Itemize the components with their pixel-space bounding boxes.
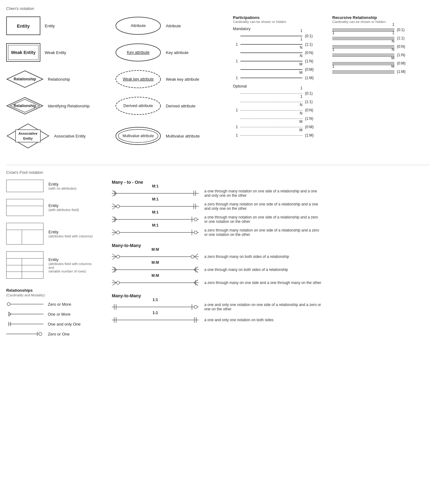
- mm-desc-1: a zero through many on both sides of a r…: [204, 254, 289, 259]
- svg-point-99: [194, 305, 197, 308]
- identifying-relationship-row: Relationship Identifying Relationship: [6, 95, 112, 116]
- assoc-entity-shape: Associative Entity: [6, 123, 50, 149]
- part-notation-o0N: (0:N): [305, 108, 313, 112]
- svg-line-57: [112, 204, 116, 206]
- attribute-ellipse: Attribute: [115, 16, 161, 35]
- mm-desc-2: a one through many on both sides of a re…: [204, 268, 288, 272]
- weak-key-attribute-desc: Weak key attribute: [166, 77, 199, 82]
- svg-line-51: [112, 191, 117, 193]
- part-notation-o01: (0:1): [305, 91, 313, 96]
- m1-desc-4: a zero through many notation on one side…: [204, 228, 322, 237]
- part-row-o01: 1 (0:1): [233, 90, 320, 97]
- svg-text:Derived attribute: Derived attribute: [123, 103, 153, 108]
- m1-row-4: M:1 a zero through: [112, 228, 430, 237]
- svg-line-63: [112, 217, 117, 219]
- part-row-m1M: 1 M (1:M): [233, 75, 320, 81]
- page-wrapper: Chen's notation Entity Entity Weak Entit…: [6, 6, 430, 340]
- svg-line-52: [112, 193, 117, 196]
- rel-sym-zero-one-row: Zero or One: [6, 331, 106, 337]
- crow-attrs-entity-sublabel: (with attributes field): [48, 208, 79, 212]
- many-to-one-title: Many - to - One: [112, 180, 430, 185]
- recursive-subtitle: Cardinality can be shown or hidden: [332, 20, 413, 24]
- part-row-m11: 1 1 (1:1): [233, 41, 320, 47]
- oo-row-2: 1:1 a one and only one notation on both …: [112, 316, 430, 324]
- zero-or-more-symbol: [6, 301, 43, 308]
- svg-text:Entity: Entity: [23, 137, 33, 140]
- rel-sym-one-one-label: One and only One: [48, 322, 81, 326]
- participations-subtitle: Cardinality can be shown or hidden: [233, 20, 320, 24]
- recursive-title: Recursive Relationship: [332, 15, 413, 20]
- rec-notation-0N: (0:N): [397, 44, 405, 49]
- svg-text:Key attribute: Key attribute: [127, 50, 150, 55]
- part-notation-m0N: (0:N): [305, 51, 313, 55]
- rel-sym-zero-more-label: Zero or More: [48, 302, 71, 307]
- chens-attributes-col: Attribute Attribute Key attribute Key at…: [115, 15, 227, 155]
- m1-desc-1: a one through many notation on one side …: [204, 189, 322, 198]
- entity-desc: Entity: [45, 24, 55, 28]
- derived-attribute-ellipse: Derived attribute: [115, 96, 161, 115]
- svg-line-80: [194, 257, 198, 259]
- svg-line-82: [112, 267, 117, 270]
- entity-label: Entity: [17, 23, 30, 29]
- svg-text:Relationship: Relationship: [14, 77, 36, 81]
- m1-row-3: M:1 a one through many notation o: [112, 215, 430, 224]
- svg-point-59: [116, 205, 120, 208]
- svg-line-93: [194, 280, 198, 283]
- attribute-row: Attribute Attribute: [115, 15, 227, 36]
- svg-text:Weak key attribute: Weak key attribute: [123, 77, 153, 81]
- rec-notation-1N: (1:N): [397, 53, 405, 57]
- recursive-col: Recursive Relationship Cardinality can b…: [332, 15, 413, 155]
- svg-text:Relationship: Relationship: [14, 104, 36, 108]
- weak-entity-box: Weak Entity: [6, 43, 40, 62]
- svg-line-94: [194, 283, 198, 286]
- mm-row-2: M:M a one through: [112, 265, 430, 274]
- identifying-relationship-diamond: Relationship: [6, 97, 43, 115]
- part-notation-o1N: (1:N): [305, 116, 313, 121]
- crows-section: Crow's Foot notation Entity (with no att…: [6, 165, 430, 340]
- crow-varrows-entity-sublabel: (attributes field with columns and varia…: [48, 262, 92, 273]
- svg-text:Associative: Associative: [18, 132, 37, 135]
- rec-row-01: 1 (0:1): [332, 27, 413, 33]
- part-notation-m11: (1:1): [305, 42, 313, 47]
- relationship-row: Relationship Relationship: [6, 69, 112, 90]
- svg-point-47: [39, 332, 42, 335]
- one-to-one-title: Many-to-Many: [112, 293, 430, 298]
- svg-point-38: [7, 303, 10, 306]
- svg-text:Multivalue attribute: Multivalue attribute: [123, 134, 154, 138]
- crow-varrows-entity-label: Entity: [48, 257, 92, 262]
- part-row-o0M: 1 M (0:M): [233, 124, 320, 130]
- part-row-o1M: 1 M (1:M): [233, 132, 320, 138]
- key-attribute-row: Key attribute Key attribute: [115, 42, 227, 63]
- oo-desc-2: a one and only one notation on both side…: [204, 318, 274, 322]
- svg-line-87: [194, 270, 198, 272]
- part-row-m0N: N (0:N): [233, 50, 320, 56]
- svg-line-89: [112, 280, 116, 283]
- part-row-o11: 1 (1:1): [233, 99, 320, 105]
- mm-row-3: M:M a zero through: [112, 278, 430, 287]
- part-row-o0N: 1 N (0:N): [233, 107, 320, 113]
- crow-plain-entity-label: Entity: [48, 182, 76, 187]
- rel-sym-one-one-row: One and only One: [6, 321, 106, 327]
- crow-cols-entity-box: [6, 223, 43, 245]
- multivalue-attribute-desc: Multivalue attribute: [166, 134, 200, 138]
- rel-sym-zero-more-row: Zero or More: [6, 301, 106, 308]
- mandatory-label: Mandatory: [233, 27, 320, 31]
- crows-title: Crow's Foot notation: [6, 170, 430, 175]
- weak-key-attribute-ellipse: Weak key attribute: [115, 70, 161, 89]
- rel-sym-one-more-row: One or More: [6, 311, 106, 317]
- chens-entities-col: Entity Entity Weak Entity Weak Entity: [6, 15, 112, 155]
- svg-point-67: [194, 218, 197, 221]
- many-to-many-title: Many-to-Many: [112, 243, 430, 248]
- key-attribute-desc: Key attribute: [166, 50, 188, 55]
- part-notation-m01: (0:1): [305, 34, 313, 38]
- weak-entity-row: Weak Entity Weak Entity: [6, 42, 112, 63]
- svg-line-79: [194, 254, 198, 257]
- svg-line-43: [9, 314, 11, 316]
- rec-notation-11: (1:1): [397, 36, 405, 40]
- weak-entity-desc: Weak Entity: [45, 50, 66, 55]
- rec-notation-0M: (0:M): [397, 61, 406, 65]
- svg-point-77: [116, 255, 120, 258]
- part-notation-o1M: (1:M): [305, 133, 314, 137]
- crow-cols-entity-label: Entity: [48, 230, 93, 234]
- part-notation-m0M: (0:M): [305, 67, 314, 72]
